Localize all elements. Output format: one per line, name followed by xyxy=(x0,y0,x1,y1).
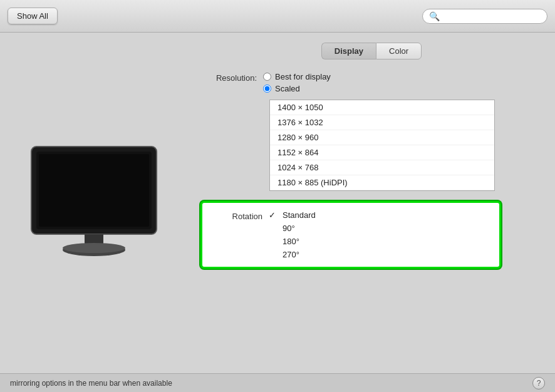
resolution-options: Best for display Scaled xyxy=(263,72,331,93)
svg-point-5 xyxy=(63,243,125,253)
bottom-text: mirroring options in the menu bar when a… xyxy=(10,379,172,388)
list-item[interactable]: 1024 × 768 xyxy=(270,160,494,175)
list-item[interactable]: 1280 × 960 xyxy=(270,130,494,145)
resolution-label: Resolution: xyxy=(200,72,263,83)
monitor-image xyxy=(25,140,163,266)
settings-panel: Display Color Resolution: Best for displ… xyxy=(188,33,555,373)
monitor-area xyxy=(0,33,188,373)
rotation-label: Rotation xyxy=(212,210,269,221)
svg-rect-2 xyxy=(39,154,149,227)
tabs: Display Color xyxy=(200,43,542,59)
resolution-scaled-option[interactable]: Scaled xyxy=(263,84,331,93)
rotation-270-label: 270° xyxy=(283,250,299,259)
toolbar: Show All 🔍 xyxy=(0,0,555,33)
rotation-highlight-box: Rotation ✓ Standard ✓ 90° ✓ 180° xyxy=(200,201,501,269)
resolution-scaled-radio[interactable] xyxy=(263,85,271,93)
rotation-180-label: 180° xyxy=(283,237,299,246)
rotation-90[interactable]: ✓ 90° xyxy=(269,224,316,233)
tab-display[interactable]: Display xyxy=(321,43,376,59)
main-content: Display Color Resolution: Best for displ… xyxy=(0,33,555,373)
rotation-270[interactable]: ✓ 270° xyxy=(269,250,316,259)
list-item[interactable]: 1400 × 1050 xyxy=(270,100,494,115)
rotation-180[interactable]: ✓ 180° xyxy=(269,237,316,246)
resolution-scaled-label: Scaled xyxy=(275,84,300,93)
resolution-list[interactable]: 1400 × 1050 1376 × 1032 1280 × 960 1152 … xyxy=(269,100,495,191)
search-icon: 🔍 xyxy=(429,11,440,21)
rotation-options: ✓ Standard ✓ 90° ✓ 180° ✓ xyxy=(269,210,316,259)
resolution-best-radio[interactable] xyxy=(263,73,271,81)
rotation-standard-label: Standard xyxy=(283,210,316,220)
list-item[interactable]: 1180 × 885 (HiDPI) xyxy=(270,175,494,190)
checkmark-standard: ✓ xyxy=(269,210,278,220)
resolution-best-option[interactable]: Best for display xyxy=(263,72,331,81)
rotation-90-label: 90° xyxy=(283,224,295,233)
help-button[interactable]: ? xyxy=(532,377,545,389)
rotation-area: Rotation ✓ Standard ✓ 90° ✓ 180° xyxy=(200,201,542,269)
tab-color[interactable]: Color xyxy=(376,43,422,59)
search-input[interactable] xyxy=(443,11,541,21)
rotation-row: Rotation ✓ Standard ✓ 90° ✓ 180° xyxy=(212,210,489,259)
resolution-best-label: Best for display xyxy=(275,72,331,81)
bottom-bar: mirroring options in the menu bar when a… xyxy=(0,373,555,392)
search-bar: 🔍 xyxy=(422,9,547,24)
list-item[interactable]: 1376 × 1032 xyxy=(270,115,494,130)
rotation-standard[interactable]: ✓ Standard xyxy=(269,210,316,220)
show-all-button[interactable]: Show All xyxy=(8,8,58,24)
resolution-row: Resolution: Best for display Scaled xyxy=(200,72,542,93)
list-item[interactable]: 1152 × 864 xyxy=(270,145,494,160)
